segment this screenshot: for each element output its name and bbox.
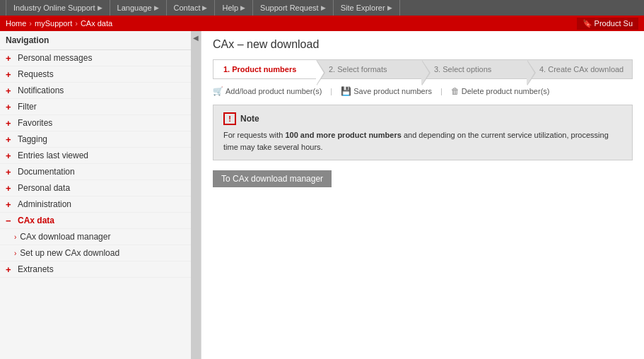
breadcrumb-sep2: › (75, 19, 78, 28)
sidebar-item-cax-data[interactable]: − CAx data (0, 213, 201, 229)
sidebar-label: Tagging (18, 134, 47, 144)
sidebar-label: Extranets (18, 264, 54, 274)
sidebar-item-documentation[interactable]: + Documentation (0, 164, 201, 180)
breadcrumb-mysupport[interactable]: mySupport (35, 19, 72, 28)
nav-arrow-icon: ▶ (154, 4, 159, 11)
chevron-right-icon: › (14, 233, 16, 241)
sidebar-label: Notifications (18, 86, 64, 95)
nav-arrow-icon: ▶ (98, 4, 103, 11)
breadcrumb-home[interactable]: Home (6, 19, 26, 28)
wizard-step-1[interactable]: 1. Product numbers (213, 60, 316, 78)
sidebar-item-administration[interactable]: + Administration (0, 196, 201, 213)
sidebar-label: Documentation (18, 167, 75, 177)
note-text-part1: For requests with (223, 131, 285, 139)
top-navigation: Industry Online Support ▶ Language ▶ Con… (0, 0, 644, 16)
sidebar-label: Personal messages (18, 53, 92, 63)
sidebar: Navigation + Personal messages + Request… (0, 31, 201, 359)
plus-icon: + (6, 70, 14, 79)
sidebar-label: Entries last viewed (18, 151, 88, 160)
sidebar-label: Requests (18, 69, 54, 79)
sidebar-item-personal-messages[interactable]: + Personal messages (0, 50, 201, 66)
step-3-label: 3. Select options (434, 65, 491, 73)
step-1-label: 1. Product numbers (223, 65, 296, 73)
action-separator2: | (440, 87, 443, 95)
step-4-label: 4. Create CAx download (539, 65, 623, 73)
sidebar-sub-label: Set up new CAx download (20, 248, 119, 258)
step-arrow-icon (421, 60, 429, 86)
plus-icon: + (6, 151, 14, 160)
add-load-product-link[interactable]: 🛒 Add/load product number(s) (213, 86, 322, 96)
plus-icon: + (6, 102, 14, 112)
sidebar-item-entries-last-viewed[interactable]: + Entries last viewed (0, 148, 201, 164)
wizard-step-4[interactable]: 4. Create CAx download (527, 60, 632, 78)
plus-icon: + (6, 184, 14, 193)
nav-arrow-icon: ▶ (202, 4, 207, 11)
action-bar: 🛒 Add/load product number(s) | 💾 Save pr… (213, 86, 633, 96)
step-arrow-icon (527, 60, 534, 86)
plus-icon: + (6, 265, 14, 274)
sidebar-item-notifications[interactable]: + Notifications (0, 83, 201, 99)
save-product-link[interactable]: 💾 Save product numbers (341, 86, 432, 96)
wizard-step-3[interactable]: 3. Select options (421, 60, 527, 78)
sidebar-label: Personal data (18, 183, 70, 193)
plus-icon: + (6, 54, 14, 63)
sidebar-subitem-setup-new-cax[interactable]: › Set up new CAx download (0, 245, 201, 261)
cax-download-manager-button[interactable]: To CAx download manager (213, 170, 332, 187)
sidebar-item-filter[interactable]: + Filter (0, 99, 201, 115)
cart-icon: 🛒 (213, 86, 223, 96)
sidebar-item-tagging[interactable]: + Tagging (0, 131, 201, 148)
note-text-bold: 100 and more product numbers (285, 131, 401, 139)
product-su-icon: 🔖 (582, 19, 592, 28)
sidebar-item-requests[interactable]: + Requests (0, 66, 201, 83)
nav-arrow-icon: ▶ (321, 4, 326, 11)
wizard-step-2[interactable]: 2. Select formats (316, 60, 421, 78)
nav-industry-online-support[interactable]: Industry Online Support ▶ (6, 0, 110, 16)
page-title: CAx – new download (213, 38, 633, 51)
plus-icon: + (6, 167, 14, 177)
plus-icon: + (6, 119, 14, 128)
minus-icon: − (6, 216, 14, 225)
wizard-steps: 1. Product numbers 2. Select formats 3. … (213, 59, 633, 79)
action-separator: | (330, 87, 332, 95)
breadcrumb-bar: Home › mySupport › CAx data 🔖 Product Su (0, 16, 644, 31)
main-layout: Navigation + Personal messages + Request… (0, 31, 644, 359)
plus-icon: + (6, 135, 14, 144)
sidebar-label: CAx data (18, 216, 54, 225)
trash-icon: 🗑 (451, 86, 459, 96)
add-load-label: Add/load product number(s) (226, 87, 322, 95)
sidebar-item-personal-data[interactable]: + Personal data (0, 180, 201, 196)
nav-language[interactable]: Language ▶ (110, 0, 167, 16)
delete-product-link[interactable]: 🗑 Delete product number(s) (451, 86, 550, 96)
product-su-button[interactable]: 🔖 Product Su (577, 18, 638, 30)
sidebar-item-extranets[interactable]: + Extranets (0, 261, 201, 278)
breadcrumb-current: CAx data (81, 19, 112, 28)
chevron-right-icon: › (14, 249, 16, 257)
breadcrumb-sep: › (29, 19, 32, 28)
note-title: ! Note (223, 112, 622, 125)
nav-site-explorer[interactable]: Site Explorer ▶ (334, 0, 400, 16)
note-box: ! Note For requests with 100 and more pr… (213, 105, 633, 160)
save-icon: 💾 (341, 86, 351, 96)
main-content: CAx – new download 1. Product numbers 2.… (201, 31, 644, 359)
plus-icon: + (6, 86, 14, 95)
sidebar-collapse-button[interactable]: ◀ (191, 31, 201, 359)
nav-help[interactable]: Help ▶ (215, 0, 253, 16)
sidebar-label: Filter (18, 102, 37, 112)
step-arrow-icon (316, 60, 324, 86)
sidebar-label: Favorites (18, 118, 52, 128)
nav-contact[interactable]: Contact ▶ (167, 0, 216, 16)
step-2-label: 2. Select formats (329, 65, 387, 73)
nav-arrow-icon: ▶ (240, 4, 245, 11)
plus-icon: + (6, 200, 14, 209)
nav-arrow-icon: ▶ (387, 4, 392, 11)
nav-support-request[interactable]: Support Request ▶ (253, 0, 334, 16)
collapse-arrow-icon: ◀ (193, 34, 199, 42)
note-title-label: Note (240, 114, 259, 124)
sidebar-item-favorites[interactable]: + Favorites (0, 115, 201, 131)
note-text: For requests with 100 and more product n… (223, 129, 622, 153)
sidebar-label: Administration (18, 199, 71, 209)
note-icon: ! (223, 112, 236, 125)
sidebar-subitem-cax-download-manager[interactable]: › CAx download manager (0, 229, 201, 245)
save-label: Save product numbers (353, 87, 432, 95)
sidebar-sub-label: CAx download manager (20, 232, 110, 242)
